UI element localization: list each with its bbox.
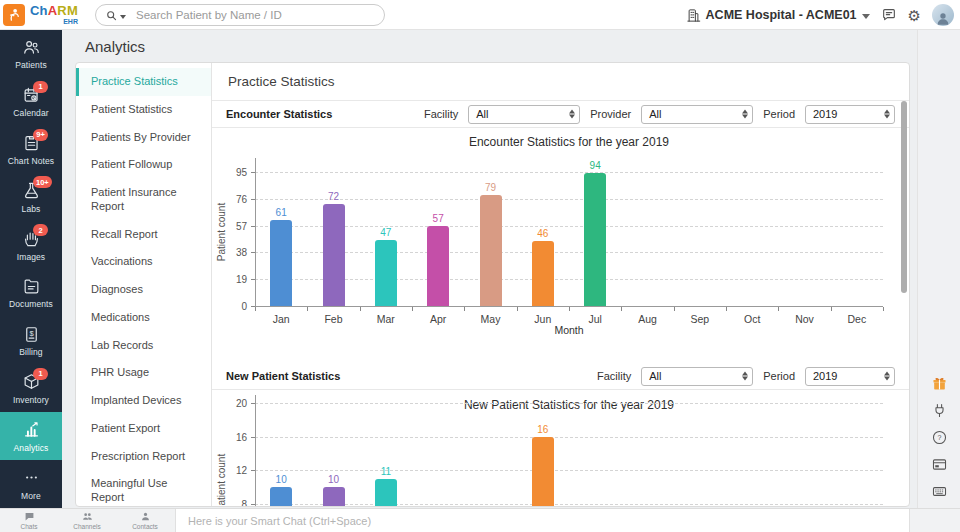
selected-value: 2019 <box>813 370 837 382</box>
bar-jan[interactable] <box>270 220 292 306</box>
x-tick-mark <box>517 307 518 311</box>
sidebar-item-images[interactable]: Images2 <box>0 221 62 269</box>
x-tick-mark <box>569 307 570 311</box>
menu-item-patient-statistics[interactable]: Patient Statistics <box>76 96 211 124</box>
period-select[interactable]: 2019 <box>805 105 895 124</box>
y-tick-label: 95 <box>221 167 247 178</box>
search-icon <box>105 9 118 22</box>
building-icon <box>686 8 701 23</box>
help-icon[interactable]: ? <box>931 429 948 446</box>
messages-button[interactable] <box>881 7 897 23</box>
smart-chat-input-wrap <box>175 509 910 532</box>
provider-select[interactable]: All <box>641 105 753 124</box>
chat-icon <box>881 7 897 23</box>
sidebar-item-label: Images <box>17 252 45 262</box>
x-tick-mark <box>464 307 465 311</box>
spinner-arrows-icon <box>884 110 890 119</box>
menu-item-phr-usage[interactable]: PHR Usage <box>76 359 211 387</box>
sidebar-item-labs[interactable]: Labs10+ <box>0 173 62 221</box>
app-logo[interactable]: ChARM EHR <box>0 4 92 26</box>
bar-feb[interactable] <box>323 487 345 506</box>
chat-tab-chats[interactable]: Chats <box>0 509 58 532</box>
chat-tab-channels[interactable]: Channels <box>58 509 116 532</box>
menu-item-prescription-report[interactable]: Prescription Report <box>76 443 211 471</box>
vertical-scrollbar[interactable] <box>901 101 907 293</box>
sidebar-item-more[interactable]: More <box>0 460 62 508</box>
sidebar-item-chart-notes[interactable]: Chart Notes9+ <box>0 126 62 174</box>
organization-selector[interactable]: ACME Hospital - ACME01 <box>686 8 870 23</box>
workspace: Analytics Practice StatisticsPatient Sta… <box>62 30 917 508</box>
chat-tab-label: Contacts <box>132 523 158 530</box>
card-icon[interactable] <box>931 456 948 473</box>
section-title: Encounter Statistics <box>226 108 332 120</box>
menu-item-patient-export[interactable]: Patient Export <box>76 415 211 443</box>
menu-item-lab-records[interactable]: Lab Records <box>76 332 211 360</box>
svg-text:$: $ <box>29 328 34 337</box>
search-input[interactable] <box>134 8 384 22</box>
plug-icon[interactable] <box>931 402 948 419</box>
menu-item-vaccinations[interactable]: Vaccinations <box>76 248 211 276</box>
bar-mar[interactable] <box>375 240 397 306</box>
bar-value-label: 10 <box>266 474 296 485</box>
bar-jan[interactable] <box>270 487 292 506</box>
y-tick-label: 8 <box>221 499 247 506</box>
bar-value-label: 61 <box>266 207 296 218</box>
menu-item-meaningful-use-report[interactable]: Meaningful Use Report <box>76 470 211 507</box>
bar-feb[interactable] <box>323 204 345 306</box>
notification-badge: 9+ <box>33 129 48 141</box>
menu-item-diagnoses[interactable]: Diagnoses <box>76 276 211 304</box>
user-avatar[interactable] <box>932 4 954 26</box>
period-select[interactable]: 2019 <box>805 367 895 386</box>
chat-tab-contacts[interactable]: Contacts <box>116 509 174 532</box>
bar-jun[interactable] <box>532 437 554 506</box>
patient-search[interactable] <box>95 4 385 26</box>
bar-mar[interactable] <box>375 479 397 506</box>
sidebar-item-inventory[interactable]: Inventory1 <box>0 365 62 413</box>
selected-value: All <box>649 108 661 120</box>
bar-jun[interactable] <box>532 241 554 306</box>
menu-item-recall-report[interactable]: Recall Report <box>76 221 211 249</box>
menu-item-medications[interactable]: Medications <box>76 304 211 332</box>
notification-badge: 10+ <box>33 176 52 188</box>
y-tick-label: 38 <box>221 247 247 258</box>
spinner-arrows-icon <box>884 372 890 381</box>
x-tick-mark <box>831 307 832 311</box>
bar-jul[interactable] <box>584 173 606 306</box>
new-patient-stats-section-header: New Patient Statistics FacilityAllPeriod… <box>212 363 909 390</box>
menu-item-implanted-devices[interactable]: Implanted Devices <box>76 387 211 415</box>
bar-value-label: 57 <box>423 213 453 224</box>
y-tick-label: 12 <box>221 465 247 476</box>
sidebar-item-documents[interactable]: Documents <box>0 269 62 317</box>
sidebar-item-label: Inventory <box>13 395 49 405</box>
selected-value: 2019 <box>813 108 837 120</box>
menu-item-patient-insurance-report[interactable]: Patient Insurance Report <box>76 179 211 221</box>
x-tick-mark <box>674 307 675 311</box>
chart-title: New Patient Statistics for the year 2019 <box>255 398 883 412</box>
analytics-icon <box>22 420 41 440</box>
patients-icon <box>22 37 41 57</box>
bar-value-label: 16 <box>528 424 558 435</box>
facility-select[interactable]: All <box>641 367 753 386</box>
search-scope-caret-icon[interactable] <box>120 15 126 19</box>
menu-item-patient-followup[interactable]: Patient Followup <box>76 151 211 179</box>
gift-icon[interactable] <box>931 375 948 392</box>
facility-select[interactable]: All <box>468 105 580 124</box>
sidebar-item-analytics[interactable]: Analytics <box>0 412 62 460</box>
bar-value-label: 47 <box>371 227 401 238</box>
section-title: New Patient Statistics <box>226 370 340 382</box>
spinner-arrows-icon <box>742 372 748 381</box>
menu-item-patients-by-provider[interactable]: Patients By Provider <box>76 124 211 152</box>
analytics-menu: Practice StatisticsPatient StatisticsPat… <box>76 63 212 506</box>
bar-may[interactable] <box>480 195 502 306</box>
gridline <box>255 199 883 200</box>
sidebar-item-calendar[interactable]: Calendar1 <box>0 78 62 126</box>
bar-apr[interactable] <box>427 226 449 306</box>
settings-button[interactable]: ⚙ <box>908 8 921 23</box>
person-icon <box>935 10 951 26</box>
keyboard-icon[interactable] <box>931 483 948 500</box>
sidebar-item-patients[interactable]: Patients <box>0 30 62 78</box>
chat-tab-label: Channels <box>73 523 100 530</box>
sidebar-item-billing[interactable]: $Billing <box>0 317 62 365</box>
smart-chat-input[interactable] <box>176 514 909 528</box>
menu-item-practice-statistics[interactable]: Practice Statistics <box>76 68 211 96</box>
